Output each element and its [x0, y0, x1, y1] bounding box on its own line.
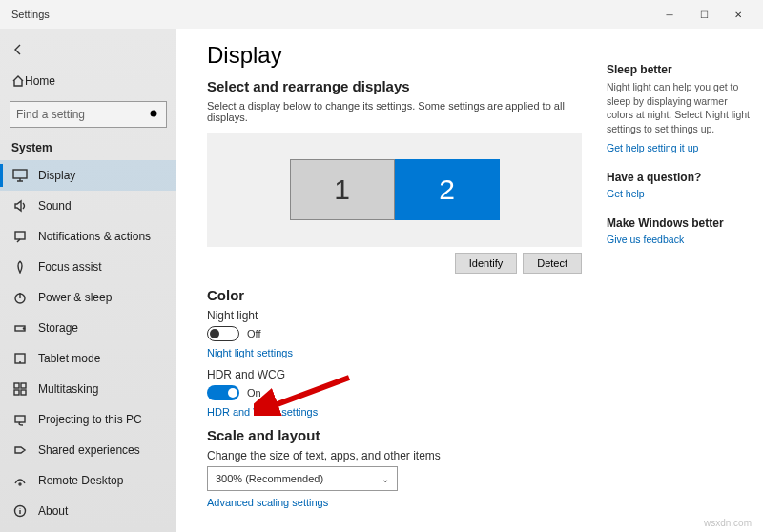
about-icon	[11, 502, 29, 520]
remote-icon	[11, 472, 29, 489]
feedback-link[interactable]: Give us feedback	[607, 234, 750, 245]
storage-icon	[11, 319, 29, 337]
sidebar-item-notifications[interactable]: Notifications & actions	[0, 221, 176, 252]
display-icon	[11, 167, 29, 184]
shared-icon	[11, 441, 29, 459]
maximize-button[interactable]: ☐	[687, 0, 721, 29]
scale-value: 300% (Recommended)	[216, 473, 323, 484]
nav-label: Focus assist	[38, 260, 102, 274]
content-area: Display Select and rearrange displays Se…	[176, 29, 603, 532]
sidebar-item-tablet[interactable]: Tablet mode	[0, 343, 176, 374]
tablet-icon	[11, 350, 29, 367]
nav-label: Shared experiences	[38, 443, 140, 457]
sidebar-item-projecting[interactable]: Projecting to this PC	[0, 404, 176, 435]
nav-label: Remote Desktop	[38, 474, 123, 487]
monitor-1[interactable]: 1	[290, 159, 395, 220]
search-icon	[149, 109, 160, 120]
hdr-toggle[interactable]	[207, 385, 239, 400]
sound-icon	[11, 197, 29, 215]
back-arrow-icon	[11, 43, 25, 56]
identify-button[interactable]: Identify	[455, 253, 517, 274]
search-placeholder: Find a setting	[16, 108, 149, 121]
minimize-button[interactable]: ─	[652, 0, 687, 29]
nav-label: Notifications & actions	[38, 230, 151, 243]
arrange-heading: Select and rearrange displays	[207, 78, 582, 94]
sleep-text: Night light can help you get to sleep by…	[607, 80, 750, 136]
close-button[interactable]: ✕	[721, 0, 755, 29]
sidebar-item-focus[interactable]: Focus assist	[0, 252, 176, 282]
watermark: wsxdn.com	[704, 518, 752, 528]
nav-label: Sound	[38, 199, 72, 213]
change-size-label: Change the size of text, apps, and other…	[207, 449, 582, 462]
sleep-link[interactable]: Get help setting it up	[607, 142, 750, 153]
sidebar-item-about[interactable]: About	[0, 496, 176, 526]
night-light-settings-link[interactable]: Night light settings	[207, 347, 582, 358]
sidebar-item-power[interactable]: Power & sleep	[0, 282, 176, 313]
color-heading: Color	[207, 287, 582, 303]
question-heading: Have a question?	[607, 171, 750, 184]
sidebar-item-multitasking[interactable]: Multitasking	[0, 374, 176, 404]
night-light-label: Night light	[207, 309, 582, 322]
detect-button[interactable]: Detect	[523, 253, 582, 274]
svg-rect-10	[21, 390, 26, 395]
svg-point-0	[151, 111, 157, 117]
back-button[interactable]	[0, 34, 176, 65]
night-light-toggle[interactable]	[207, 326, 239, 341]
projecting-icon	[11, 411, 29, 428]
svg-rect-7	[14, 383, 19, 388]
svg-rect-9	[14, 390, 19, 395]
display-arrange-box[interactable]: 1 2	[207, 133, 582, 247]
hdr-settings-link[interactable]: HDR and WCG settings	[207, 406, 582, 418]
advanced-scaling-link[interactable]: Advanced scaling settings	[207, 497, 582, 508]
sidebar-item-storage[interactable]: Storage	[0, 313, 176, 343]
right-pane: Sleep better Night light can help you ge…	[603, 29, 763, 532]
svg-rect-8	[21, 383, 26, 388]
sleep-heading: Sleep better	[607, 63, 750, 76]
sidebar-item-display[interactable]: Display	[0, 160, 176, 191]
sidebar-item-remote[interactable]: Remote Desktop	[0, 465, 176, 496]
nav-label: Multitasking	[38, 382, 98, 396]
category-heading: System	[0, 135, 176, 160]
chevron-down-icon: ⌄	[382, 474, 389, 484]
focus-icon	[11, 258, 29, 276]
svg-point-5	[23, 328, 24, 329]
sidebar-item-shared[interactable]: Shared experiences	[0, 435, 176, 465]
page-title: Display	[207, 42, 582, 69]
scale-heading: Scale and layout	[207, 427, 582, 443]
notifications-icon	[11, 228, 29, 245]
nav-label: About	[38, 504, 68, 518]
window-title: Settings	[11, 9, 50, 20]
nav-label: Projecting to this PC	[38, 413, 142, 426]
nav-label: Tablet mode	[38, 352, 100, 365]
night-light-state: Off	[247, 328, 260, 339]
svg-rect-1	[13, 170, 27, 178]
svg-rect-2	[15, 232, 25, 239]
home-button[interactable]: Home	[0, 65, 176, 97]
sidebar-item-sound[interactable]: Sound	[0, 191, 176, 221]
home-label: Home	[25, 74, 55, 88]
arrange-desc: Select a display below to change its set…	[207, 100, 582, 123]
nav-label: Display	[38, 169, 75, 182]
svg-point-12	[19, 483, 21, 485]
help-link[interactable]: Get help	[607, 188, 750, 199]
search-input[interactable]: Find a setting	[10, 101, 167, 128]
multitasking-icon	[11, 380, 29, 398]
sidebar: Home Find a setting System Display Sound…	[0, 29, 176, 532]
hdr-label: HDR and WCG	[207, 368, 582, 381]
hdr-state: On	[247, 387, 261, 399]
svg-rect-11	[15, 416, 25, 422]
nav-label: Power & sleep	[38, 291, 112, 304]
better-heading: Make Windows better	[607, 216, 750, 230]
nav-label: Storage	[38, 321, 78, 335]
home-icon	[11, 74, 25, 88]
titlebar: Settings ─ ☐ ✕	[0, 0, 763, 29]
monitor-2[interactable]: 2	[395, 159, 500, 220]
scale-dropdown[interactable]: 300% (Recommended) ⌄	[207, 466, 398, 491]
power-icon	[11, 289, 29, 306]
